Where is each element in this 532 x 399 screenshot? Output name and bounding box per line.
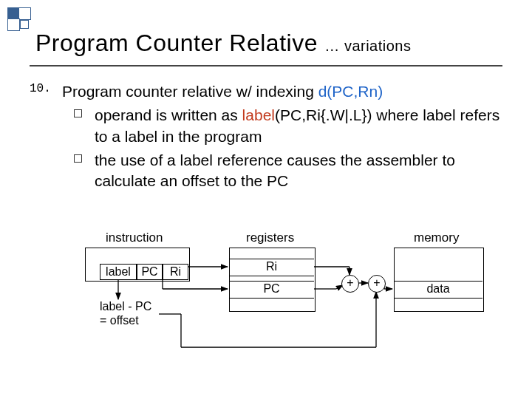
slide-logo xyxy=(7,7,30,30)
title-underline xyxy=(30,65,502,66)
sub-bullet-2: the use of a label reference causes the … xyxy=(77,150,502,192)
memory-row-data: data xyxy=(394,281,482,299)
register-row-pc: PC xyxy=(229,281,314,299)
diagram-label-instruction: instruction xyxy=(106,231,163,245)
diagram-label-memory: memory xyxy=(414,231,459,245)
register-row-ri: Ri xyxy=(229,259,314,276)
sub-bullet-1: operand is written as label(PC,Ri{.W|.L}… xyxy=(77,105,502,147)
instruction-cell-ri: Ri xyxy=(163,264,188,280)
b1-label-word: label xyxy=(242,106,275,123)
title-suffix: … variations xyxy=(324,38,411,54)
diagram-label-registers: registers xyxy=(246,231,294,245)
dpcrn-expr: d(PC,Rn) xyxy=(318,83,383,100)
adder-a: + xyxy=(341,275,359,293)
memory-box xyxy=(394,248,484,312)
instruction-cell-pc: PC xyxy=(137,264,163,280)
b1-lead: operand is written as xyxy=(95,106,242,123)
list-number: 10. xyxy=(30,81,51,98)
slide-body: 10. Program counter relative w/ indexing… xyxy=(30,81,502,192)
registers-box xyxy=(229,248,316,312)
b2-text: the use of a label reference causes the … xyxy=(95,150,502,192)
diagram: instruction registers memory label PC Ri… xyxy=(85,229,499,392)
adder-b: + xyxy=(368,275,386,293)
title-main: Program Counter Relative xyxy=(35,30,318,56)
instruction-cell-label: label xyxy=(100,264,137,280)
instruction-fields: label PC Ri xyxy=(85,264,188,280)
slide-title: Program Counter Relative … variations xyxy=(35,30,411,57)
main-text: Program counter relative w/ indexing xyxy=(62,83,318,100)
hollow-square-icon xyxy=(74,154,82,163)
hollow-square-icon xyxy=(74,109,82,117)
offset-label: label - PC = offset xyxy=(100,299,151,327)
